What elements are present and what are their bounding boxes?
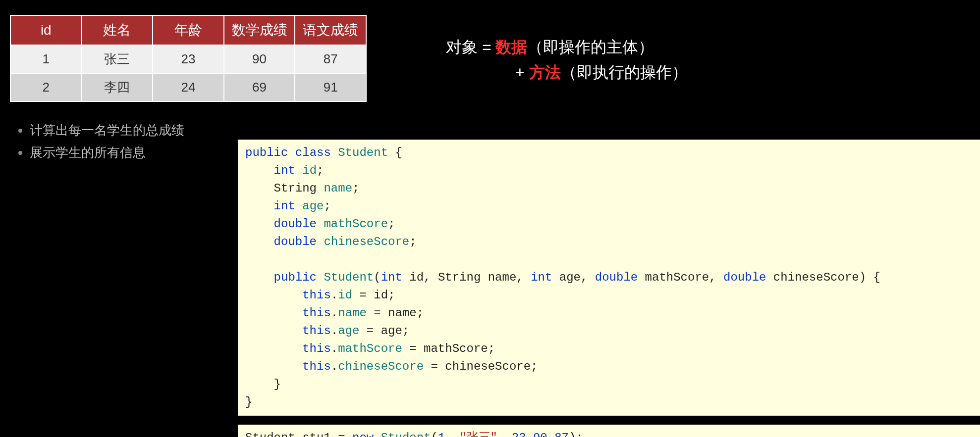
table-header-row: id 姓名 年龄 数学成绩 语文成绩 (10, 15, 366, 45)
cell: 87 (295, 45, 366, 73)
cell: 90 (224, 45, 295, 73)
cell: 1 (10, 45, 82, 73)
col-math: 数学成绩 (224, 15, 295, 45)
note-text: （即操作的主体） (527, 38, 654, 56)
code-class-definition: public class Student { int id; String na… (238, 140, 980, 416)
cell: 23 (153, 45, 224, 73)
cell: 张三 (82, 45, 153, 73)
note-text: + (515, 63, 529, 81)
col-id: id (10, 15, 82, 45)
note-line-1: 对象 = 数据（即操作的主体） (426, 35, 970, 60)
col-age: 年龄 (153, 15, 224, 45)
students-table: id 姓名 年龄 数学成绩 语文成绩 1 张三 23 90 87 2 李四 24… (10, 15, 367, 102)
cell: 李四 (82, 73, 153, 101)
cell: 69 (224, 73, 295, 101)
cell: 2 (10, 73, 82, 101)
note-highlight-method: 方法 (529, 63, 561, 81)
table-row: 1 张三 23 90 87 (10, 45, 366, 73)
note-line-2: + 方法（即执行的操作） (426, 60, 970, 85)
note-highlight-data: 数据 (495, 38, 527, 56)
notes-block: 对象 = 数据（即操作的主体） + 方法（即执行的操作） (426, 15, 970, 85)
note-text: 对象 = (446, 38, 495, 56)
table-row: 2 李四 24 69 91 (10, 73, 366, 101)
col-chinese: 语文成绩 (295, 15, 366, 45)
cell: 91 (295, 73, 366, 101)
col-name: 姓名 (82, 15, 153, 45)
code-object-creation: Student stu1 = new Student(1, "张三", 23,9… (238, 425, 980, 437)
cell: 24 (153, 73, 224, 101)
note-text: （即执行的操作） (561, 63, 688, 81)
task-item: 计算出每一名学生的总成绩 (30, 122, 970, 139)
